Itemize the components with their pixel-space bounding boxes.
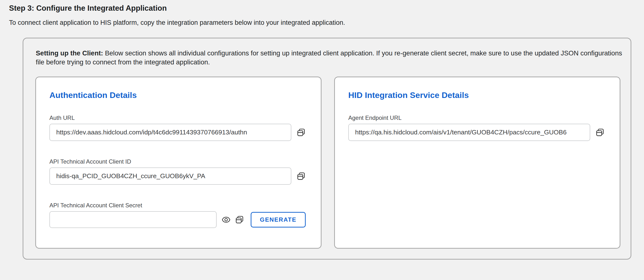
- copy-icon: [296, 128, 306, 137]
- config-cards-row: Authentication Details Auth URL: [35, 77, 620, 249]
- client-setup-note-text: Below section shows all individual confi…: [36, 49, 622, 66]
- client-id-field-group: API Technical Account Client ID: [50, 158, 308, 185]
- copy-client-secret-button[interactable]: [234, 215, 244, 225]
- copy-icon: [296, 171, 306, 181]
- page-subtitle: To connect client application to HIS pla…: [9, 19, 345, 26]
- client-setup-note-heading: Setting up the Client:: [36, 49, 103, 57]
- auth-url-input[interactable]: [50, 124, 291, 141]
- client-id-row: [50, 167, 308, 185]
- auth-url-row: [50, 124, 308, 141]
- client-setup-panel: Setting up the Client: Below section sho…: [23, 38, 631, 260]
- client-id-label: API Technical Account Client ID: [50, 158, 308, 165]
- client-secret-field-group: API Technical Account Client Secret: [50, 202, 308, 228]
- his-details-title: HID Integration Service Details: [348, 90, 606, 100]
- client-secret-label: API Technical Account Client Secret: [50, 202, 308, 209]
- authentication-details-card: Authentication Details Auth URL: [35, 77, 322, 249]
- auth-url-label: Auth URL: [50, 114, 308, 122]
- client-secret-input[interactable]: [50, 211, 216, 228]
- copy-client-id-button[interactable]: [296, 171, 306, 181]
- setup-wizard-page: Step 3: Configure the Integrated Applica…: [0, 0, 644, 280]
- agent-endpoint-input[interactable]: [348, 124, 590, 141]
- client-secret-row: GENERATE: [50, 211, 308, 228]
- his-details-card: HID Integration Service Details Agent En…: [334, 77, 620, 249]
- generate-secret-button[interactable]: GENERATE: [251, 212, 306, 228]
- toggle-secret-visibility-button[interactable]: [222, 215, 231, 224]
- page-title: Step 3: Configure the Integrated Applica…: [9, 4, 167, 13]
- copy-agent-endpoint-button[interactable]: [595, 128, 605, 137]
- agent-endpoint-row: [348, 124, 606, 141]
- copy-icon: [234, 215, 244, 225]
- agent-endpoint-field-group: Agent Endpoint URL: [348, 114, 606, 141]
- visibility-icon: [222, 215, 231, 224]
- client-id-input[interactable]: [50, 167, 291, 185]
- agent-endpoint-label: Agent Endpoint URL: [348, 114, 606, 122]
- copy-auth-url-button[interactable]: [296, 128, 306, 137]
- copy-icon: [595, 128, 605, 137]
- client-setup-note: Setting up the Client: Below section sho…: [36, 49, 627, 67]
- auth-url-field-group: Auth URL: [50, 114, 308, 141]
- authentication-details-title: Authentication Details: [50, 90, 308, 100]
